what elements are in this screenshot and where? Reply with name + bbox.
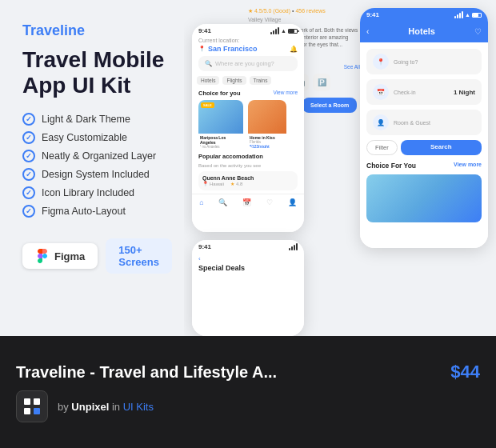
feature-item-2: Easy Customizable bbox=[22, 131, 165, 144]
phone-2: 9:41 ▲ ‹ bbox=[360, 8, 488, 248]
screens-badge: 150+ Screens bbox=[106, 238, 172, 274]
p1-section-header: Choice for you View more bbox=[192, 90, 304, 100]
check-icon-5 bbox=[22, 186, 35, 199]
p2-hotel-card[interactable] bbox=[366, 174, 482, 222]
phone-2-status-bar: 9:41 ▲ bbox=[360, 8, 488, 20]
p1-popular-sub: Based on the activity you see bbox=[192, 163, 304, 171]
parking-amenity-icon: 🅿️ bbox=[313, 74, 330, 91]
brand-name: Traveline bbox=[22, 22, 165, 39]
p1-card-1[interactable]: SALE Mariposa Los Angeles Los Angeles $3… bbox=[198, 100, 243, 148]
check-icon-1 bbox=[22, 113, 35, 126]
checkin-icon: 📅 bbox=[373, 84, 389, 100]
svg-rect-2 bbox=[34, 398, 40, 405]
p1-card-1-info: Mariposa Los Angeles Los Angeles $378/ni… bbox=[198, 134, 243, 148]
check-icon-2 bbox=[22, 131, 35, 144]
info-rating: ★ 4.5/5.0 (Good) • 456 reviews bbox=[248, 8, 360, 14]
phone-2-screen: 9:41 ▲ ‹ bbox=[360, 8, 488, 248]
p3-status-icons bbox=[289, 243, 298, 250]
product-card: Traveline Travel Mobile App UI Kit Light… bbox=[0, 0, 496, 448]
p1-pop-name: Quenn Anne Beach bbox=[202, 175, 294, 181]
figma-icon bbox=[35, 249, 50, 263]
p1-tab-flights[interactable]: Flights bbox=[222, 76, 246, 85]
phone-1-status-bar: 9:41 ▲ bbox=[192, 24, 304, 36]
svg-rect-1 bbox=[24, 398, 30, 405]
p3-back-button[interactable]: ‹ bbox=[198, 255, 298, 262]
p1-tab-trains[interactable]: Trains bbox=[250, 76, 272, 85]
info-village: Valley Village bbox=[248, 17, 360, 22]
p2-room-guest[interactable]: 👤 Room & Guest bbox=[366, 110, 482, 135]
p1-cards: SALE Mariposa Los Angeles Los Angeles $3… bbox=[192, 100, 304, 153]
svg-rect-3 bbox=[24, 408, 30, 414]
feature-item-1: Light & Dark Theme bbox=[22, 113, 165, 126]
p1-card-2-info: Home in Kiss Florida $123/night bbox=[248, 134, 286, 148]
p2-content: 📍 Going to? 📅 Check-in 1 Night bbox=[360, 42, 488, 229]
preview-area: Traveline Travel Mobile App UI Kit Light… bbox=[0, 0, 496, 336]
phone-3: 9:41 ‹ Special Deals bbox=[192, 240, 304, 336]
product-title: Traveline - Travel and Lifestyle A... bbox=[16, 363, 277, 382]
unpixel-svg-icon bbox=[20, 394, 44, 418]
nav-wishlist-icon[interactable]: ♡ bbox=[266, 198, 273, 206]
left-panel: Traveline Travel Mobile App UI Kit Light… bbox=[0, 0, 184, 336]
p1-tabs: Hotels Flights Trains bbox=[192, 76, 304, 90]
bottom-title-row: Traveline - Travel and Lifestyle A... $4… bbox=[16, 362, 480, 382]
p1-pop-loc: 📍 Hawaii ★ 4.8 bbox=[202, 181, 294, 186]
p1-card-2-image bbox=[248, 100, 286, 134]
going-icon: 📍 bbox=[373, 54, 389, 70]
author-link[interactable]: Unpixel bbox=[71, 401, 109, 413]
p1-card-1-image: SALE bbox=[198, 100, 243, 134]
p1-popular-title: Popular accomodation bbox=[192, 153, 304, 163]
p2-header: ‹ Hotels ♡ bbox=[360, 20, 488, 42]
p1-card-1-loc: Los Angeles bbox=[200, 145, 242, 148]
p2-section-title: Choice For You View more bbox=[366, 162, 482, 170]
nav-profile-icon[interactable]: 👤 bbox=[288, 198, 297, 206]
check-icon-3 bbox=[22, 150, 35, 162]
p1-card-2-price: $123/night bbox=[250, 144, 285, 148]
p3-title: Special Deals bbox=[198, 264, 298, 272]
phone-1-screen: 9:41 ▲ Current location: bbox=[192, 24, 304, 232]
nav-booking-icon[interactable]: 📅 bbox=[242, 198, 251, 206]
p1-bottom-nav: ⌂ 🔍 📅 ♡ 👤 bbox=[192, 194, 304, 209]
room-icon: 👤 bbox=[373, 114, 389, 130]
filter-button[interactable]: Filter bbox=[366, 140, 398, 155]
p2-filter-row: Filter Search bbox=[366, 140, 482, 155]
p2-going-to[interactable]: 📍 Going to? bbox=[366, 49, 482, 74]
p1-popular-card[interactable]: Quenn Anne Beach 📍 Hawaii ★ 4.8 bbox=[198, 171, 298, 190]
p1-city: 📍 San Francisco 🔔 bbox=[192, 45, 304, 56]
features-list: Light & Dark Theme Easy Customizable Nea… bbox=[22, 113, 165, 218]
p2-status-icons: ▲ bbox=[454, 11, 482, 18]
feature-item-3: Neatly & Organized Layer bbox=[22, 150, 165, 162]
author-category[interactable]: UI Kits bbox=[123, 401, 154, 413]
feature-item-4: Design System Included bbox=[22, 168, 165, 181]
author-logo bbox=[16, 390, 48, 422]
p3-content: ‹ Special Deals bbox=[192, 252, 304, 275]
hotel-image bbox=[366, 174, 482, 222]
nav-explore-icon[interactable]: 🔍 bbox=[218, 198, 227, 206]
p1-card-2[interactable]: Home in Kiss Florida $123/night bbox=[248, 100, 286, 148]
author-text: by Unpixel in UI Kits bbox=[58, 401, 154, 413]
check-icon-6 bbox=[22, 205, 35, 218]
feature-item-5: Icon Library Included bbox=[22, 186, 165, 199]
figma-badge: Figma bbox=[22, 243, 98, 269]
phone-3-status-bar: 9:41 bbox=[192, 240, 304, 252]
select-room-button[interactable]: Select a Room bbox=[302, 98, 357, 113]
check-icon-4 bbox=[22, 168, 35, 181]
sale-badge: SALE bbox=[201, 102, 214, 108]
badges-row: Figma 150+ Screens bbox=[22, 238, 165, 274]
bottom-bar: Traveline - Travel and Lifestyle A... $4… bbox=[0, 336, 496, 448]
p2-checkin[interactable]: 📅 Check-in 1 Night bbox=[366, 79, 482, 105]
svg-rect-4 bbox=[34, 408, 40, 414]
svg-rect-0 bbox=[20, 394, 44, 418]
p1-search-bar[interactable]: 🔍 Where are you going? bbox=[198, 56, 298, 71]
product-price: $44 bbox=[450, 362, 480, 382]
nav-home-icon[interactable]: ⌂ bbox=[199, 198, 203, 206]
p1-card-1-name: Mariposa Los Angeles bbox=[200, 135, 242, 145]
p1-location-label: Current location: bbox=[192, 36, 304, 45]
bottom-author-row: by Unpixel in UI Kits bbox=[16, 390, 480, 422]
app-title: Travel Mobile App UI Kit bbox=[22, 47, 165, 98]
phone-3-screen: 9:41 ‹ Special Deals bbox=[192, 240, 304, 336]
status-icons: ▲ bbox=[270, 27, 298, 34]
right-panel: ★ 4.5/5.0 (Good) • 456 reviews Valley Vi… bbox=[184, 0, 496, 336]
p1-tab-hotels[interactable]: Hotels bbox=[197, 76, 219, 85]
feature-item-6: Figma Auto-Layout bbox=[22, 205, 165, 218]
search-button[interactable]: Search bbox=[401, 140, 482, 155]
